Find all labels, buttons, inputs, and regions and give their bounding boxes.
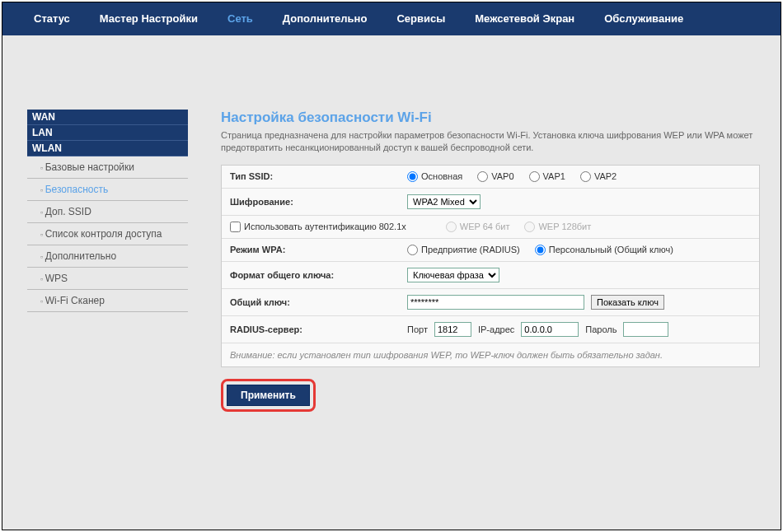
nav-firewall[interactable]: Межсетевой Экран [460, 2, 589, 35]
content: Настройка безопасности Wi-Fi Страница пр… [188, 110, 781, 530]
wep-warning-note: Внимание: если установлен тип шифрования… [222, 343, 759, 366]
page-description: Страница предназначена для настройки пар… [221, 129, 760, 155]
wep64-radio[interactable]: WEP 64 бит [446, 222, 510, 232]
radius-port-label: Порт [407, 324, 428, 334]
wpa-enterprise-radio[interactable]: Предприятие (RADIUS) [407, 245, 520, 255]
nav-status[interactable]: Статус [19, 2, 85, 35]
sidebar-item-security[interactable]: Безопасность [27, 179, 188, 201]
nav-advanced[interactable]: Дополнительно [268, 2, 382, 35]
apply-highlight: Применить [221, 379, 316, 412]
encryption-select[interactable]: WPA2 Mixed [407, 194, 481, 209]
ssid-type-label: Тип SSID: [230, 171, 407, 181]
sidebar-item-basic[interactable]: Базовые настройки [27, 156, 188, 179]
psk-input[interactable] [407, 295, 584, 310]
key-format-select[interactable]: Ключевая фраза [407, 268, 499, 282]
page-title: Настройка безопасности Wi-Fi [221, 110, 760, 126]
radius-ip-label: IP-адрес [478, 324, 514, 334]
wep128-radio[interactable]: WEP 128бит [524, 222, 591, 232]
ssid-opt-main[interactable]: Основная [407, 171, 462, 182]
sidebar-item-wps[interactable]: WPS [27, 268, 188, 290]
radius-pw-label: Пароль [585, 324, 617, 334]
ssid-opt-vap0[interactable]: VAP0 [477, 171, 513, 182]
ssid-opt-vap1[interactable]: VAP1 [529, 171, 565, 182]
psk-label: Общий ключ: [230, 297, 407, 307]
top-nav: Статус Мастер Настройки Сеть Дополнитель… [2, 2, 781, 35]
show-key-button[interactable]: Показать ключ [591, 295, 664, 310]
nav-wizard[interactable]: Мастер Настройки [85, 2, 213, 35]
use-8021x-checkbox[interactable]: Использовать аутентификацию 802.1x [230, 222, 406, 232]
radius-port-input[interactable] [434, 322, 471, 337]
sidebar-cat-lan[interactable]: LAN [27, 125, 188, 141]
nav-network[interactable]: Сеть [213, 2, 268, 35]
ssid-opt-vap2[interactable]: VAP2 [580, 171, 617, 182]
sidebar-item-scanner[interactable]: Wi-Fi Сканер [27, 290, 188, 312]
sidebar-cat-wan[interactable]: WAN [27, 110, 188, 125]
radius-pw-input[interactable] [623, 322, 668, 337]
sidebar-item-ssid[interactable]: Доп. SSID [27, 201, 188, 223]
wpa-personal-radio[interactable]: Персональный (Общий ключ) [535, 245, 673, 255]
sidebar-cat-wlan[interactable]: WLAN [27, 141, 188, 156]
radius-ip-input[interactable] [521, 322, 579, 337]
sidebar-item-advanced[interactable]: Дополнительно [27, 245, 188, 268]
sidebar: WAN LAN WLAN Базовые настройки Безопасно… [2, 110, 188, 530]
nav-maintenance[interactable]: Обслуживание [589, 2, 698, 35]
encryption-label: Шифрование: [230, 197, 407, 207]
wpa-mode-label: Режим WPA: [230, 245, 407, 254]
radius-label: RADIUS-сервер: [230, 324, 407, 334]
key-format-label: Формат общего ключа: [230, 270, 407, 280]
apply-button[interactable]: Применить [227, 385, 310, 406]
sidebar-item-acl[interactable]: Список контроля доступа [27, 223, 188, 245]
nav-services[interactable]: Сервисы [382, 2, 460, 35]
settings-form: Тип SSID: Основная VAP0 VAP1 VAP2 Шифров… [221, 165, 760, 367]
